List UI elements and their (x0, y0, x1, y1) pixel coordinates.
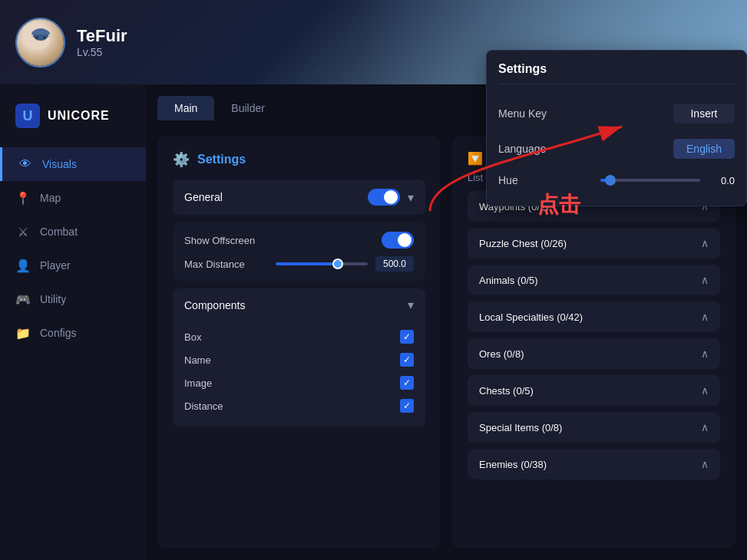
avatar-image (17, 19, 64, 66)
filter-list: Waypoints (0/2) ∧ Puzzle Chest (0/26) ∧ … (468, 191, 720, 486)
filter-item-animals[interactable]: Animals (0/5) ∧ (468, 265, 720, 295)
visuals-icon: 👁 (18, 156, 33, 172)
general-chevron-icon[interactable]: ▾ (408, 190, 414, 205)
filter-enemies-label: Enemies (0/38) (479, 459, 547, 470)
max-distance-label: Max Distance (184, 259, 245, 270)
max-distance-slider-container: 500.0 (276, 256, 414, 272)
components-header[interactable]: Components ▾ (173, 288, 425, 321)
configs-label: Configs (40, 327, 76, 339)
checkbox-name[interactable]: ✓ (400, 353, 414, 367)
hue-slider-container: 0.0 (600, 175, 735, 186)
utility-label: Utility (40, 293, 66, 305)
settings-panel: ⚙️ Settings General ▾ Show Offscreen (157, 136, 441, 548)
filter-animals-chevron-icon: ∧ (701, 274, 709, 286)
avatar (15, 18, 65, 68)
sidebar-item-map[interactable]: 📍 Map (0, 181, 146, 215)
map-icon: 📍 (15, 190, 31, 206)
settings-panel-title: Settings (197, 153, 246, 166)
general-label: General (184, 191, 223, 203)
filter-local-specialties-label: Local Specialties (0/42) (479, 311, 583, 323)
settings-popup: Settings Menu Key Insert Language Englis… (486, 50, 747, 206)
sidebar-item-player[interactable]: 👤 Player (0, 249, 146, 282)
filter-animals-label: Animals (0/5) (479, 275, 538, 286)
filter-item-puzzle-chest[interactable]: Puzzle Chest (0/26) ∧ (468, 228, 720, 259)
popup-language-label: Language (498, 143, 546, 155)
tab-main[interactable]: Main (157, 96, 214, 120)
filter-special-items-chevron-icon: ∧ (701, 421, 709, 433)
filters-icon: 🔽 (468, 151, 483, 166)
filter-puzzle-chest-chevron-icon: ∧ (701, 237, 709, 249)
combat-label: Combat (40, 226, 78, 238)
filter-chests-chevron-icon: ∧ (701, 384, 709, 397)
checkbox-image[interactable]: ✓ (400, 376, 414, 390)
configs-icon: 📁 (15, 325, 31, 341)
sub-section: Show Offscreen Max Distance 500.0 (173, 222, 425, 281)
popup-title: Settings (498, 62, 735, 84)
checkbox-row-image: Image ✓ (184, 371, 414, 394)
popup-menu-key-row: Menu Key Insert (498, 96, 735, 131)
player-info: TeFuir Lv.55 (77, 26, 127, 58)
popup-language-row: Language English (498, 131, 735, 166)
sidebar: U UNICORE 👁 Visuals 📍 Map ⚔ Combat 👤 Pla… (0, 84, 146, 560)
components-section: Components ▾ Box ✓ Name ✓ Image (173, 288, 425, 427)
player-icon: 👤 (15, 258, 31, 273)
map-label: Map (40, 192, 61, 204)
checkbox-distance[interactable]: ✓ (400, 399, 414, 413)
general-section-row: General ▾ (173, 180, 425, 215)
max-distance-value: 500.0 (375, 256, 414, 272)
filter-chests-label: Chests (0/5) (479, 385, 534, 397)
settings-panel-header: ⚙️ Settings (173, 151, 425, 168)
app-logo: U UNICORE (0, 92, 146, 140)
popup-hue-row: Hue 0.0 (498, 166, 735, 194)
logo-icon: U (15, 104, 40, 128)
settings-gear-icon: ⚙️ (173, 151, 190, 168)
sidebar-item-utility[interactable]: 🎮 Utility (0, 282, 146, 316)
visuals-label: Visuals (42, 158, 77, 170)
filter-item-enemies[interactable]: Enemies (0/38) ∧ (468, 449, 720, 479)
combat-icon: ⚔ (15, 224, 31, 239)
popup-hue-label: Hue (498, 174, 518, 186)
filter-special-items-label: Special Items (0/8) (479, 422, 562, 433)
components-chevron-icon[interactable]: ▾ (408, 298, 414, 312)
utility-icon: 🎮 (15, 292, 31, 307)
checkbox-row-box: Box ✓ (184, 325, 414, 348)
filter-local-specialties-chevron-icon: ∧ (701, 311, 709, 323)
player-label: Player (40, 259, 71, 272)
general-toggle[interactable] (368, 189, 400, 206)
checkbox-row-distance: Distance ✓ (184, 394, 414, 417)
checkbox-box[interactable]: ✓ (400, 330, 414, 344)
filter-item-ores[interactable]: Ores (0/8) ∧ (468, 338, 720, 369)
show-offscreen-toggle[interactable] (382, 232, 414, 249)
popup-hue-value: 0.0 (708, 175, 735, 186)
filter-puzzle-chest-label: Puzzle Chest (0/26) (479, 238, 567, 249)
hue-slider[interactable] (600, 179, 700, 182)
general-controls: ▾ (368, 189, 414, 206)
checkbox-name-label: Name (184, 354, 211, 366)
components-label: Components (184, 299, 245, 311)
sidebar-item-combat[interactable]: ⚔ Combat (0, 215, 146, 249)
popup-menu-key-value[interactable]: Insert (673, 104, 735, 124)
filter-item-local-specialties[interactable]: Local Specialties (0/42) ∧ (468, 301, 720, 332)
player-level: Lv.55 (77, 46, 127, 58)
tab-builder[interactable]: Builder (214, 96, 282, 120)
sidebar-item-visuals[interactable]: 👁 Visuals (0, 147, 146, 181)
show-offscreen-label: Show Offscreen (184, 235, 255, 246)
popup-language-value[interactable]: English (673, 139, 735, 159)
player-name: TeFuir (77, 26, 127, 46)
filter-item-chests[interactable]: Chests (0/5) ∧ (468, 375, 720, 406)
filter-ores-chevron-icon: ∧ (701, 348, 709, 360)
show-offscreen-row: Show Offscreen (184, 232, 414, 249)
max-distance-slider[interactable] (276, 262, 368, 265)
checkbox-distance-label: Distance (184, 400, 223, 412)
checkbox-box-label: Box (184, 331, 201, 343)
checkbox-row-name: Name ✓ (184, 348, 414, 371)
sidebar-item-configs[interactable]: 📁 Configs (0, 316, 146, 350)
filter-item-special-items[interactable]: Special Items (0/8) ∧ (468, 412, 720, 443)
sidebar-nav: 👁 Visuals 📍 Map ⚔ Combat 👤 Player 🎮 Util… (0, 147, 146, 350)
popup-menu-key-label: Menu Key (498, 107, 547, 120)
checkbox-image-label: Image (184, 377, 212, 389)
app-name: UNICORE (48, 109, 110, 123)
components-body: Box ✓ Name ✓ Image ✓ Distance (173, 321, 425, 427)
filter-ores-label: Ores (0/8) (479, 348, 524, 360)
filter-enemies-chevron-icon: ∧ (701, 458, 709, 470)
